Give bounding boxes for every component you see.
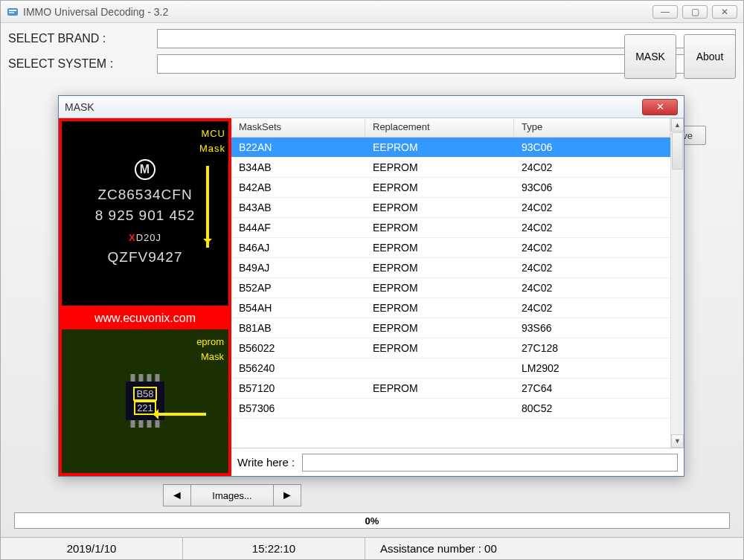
table-row[interactable]: B22ANEEPROM93C06 bbox=[231, 138, 670, 158]
cell-maskset: B49AJ bbox=[231, 260, 365, 276]
mask-dialog: MASK ✕ MCU Mask M ZC86534CFN 8 925 901 4… bbox=[58, 95, 684, 477]
arrow-down-icon bbox=[197, 166, 209, 248]
mask-side-image: MCU Mask M ZC86534CFN 8 925 901 452 XD20… bbox=[59, 118, 231, 476]
mcu-mask-label: MCU Mask bbox=[199, 124, 225, 154]
mask-close-button[interactable]: ✕ bbox=[642, 99, 678, 115]
cell-type: 24C02 bbox=[514, 159, 670, 176]
table-row[interactable]: B49AJEEPROM24C02 bbox=[231, 258, 670, 278]
table-scrollbar[interactable]: ▲ ▼ bbox=[670, 118, 684, 448]
maximize-button[interactable]: ▢ bbox=[682, 5, 708, 19]
cell-type: 24C02 bbox=[514, 199, 670, 216]
window-controls: — ▢ ✕ bbox=[652, 5, 737, 19]
cell-type: 93C06 bbox=[514, 139, 670, 155]
mcu-chip-image: MCU Mask M ZC86534CFN 8 925 901 452 XD20… bbox=[62, 121, 228, 306]
images-label: Images... bbox=[191, 484, 273, 506]
col-replacement[interactable]: Replacement bbox=[365, 118, 514, 137]
cell-maskset: B44AF bbox=[231, 219, 365, 236]
cell-replacement bbox=[365, 366, 514, 370]
close-button[interactable]: ✕ bbox=[712, 5, 737, 19]
status-bar: 2019/1/10 15:22:10 Assistance number : 0… bbox=[1, 537, 743, 559]
mask-body: MCU Mask M ZC86534CFN 8 925 901 452 XD20… bbox=[59, 118, 684, 476]
images-nav: ◄ Images... ► bbox=[163, 484, 301, 506]
chip-line-4: QZFV9427 bbox=[108, 249, 183, 265]
cell-replacement: EEPROM bbox=[365, 139, 514, 155]
motorola-icon: M bbox=[135, 159, 155, 180]
table-row[interactable]: B43ABEEPROM24C02 bbox=[231, 198, 670, 218]
col-type[interactable]: Type bbox=[514, 118, 670, 137]
cell-type: 24C02 bbox=[514, 239, 670, 256]
table-row[interactable]: B81ABEEPROM93S66 bbox=[231, 318, 670, 338]
cell-replacement: EEPROM bbox=[365, 380, 514, 396]
url-banner: www.ecuvonix.com bbox=[62, 307, 228, 329]
write-here-input[interactable] bbox=[302, 454, 678, 472]
scroll-track[interactable] bbox=[671, 170, 684, 434]
table-row[interactable]: B56240LM2902 bbox=[231, 358, 670, 379]
status-date: 2019/1/10 bbox=[1, 538, 183, 559]
table-row[interactable]: B52APEEPROM24C02 bbox=[231, 278, 670, 298]
cell-maskset: B46AJ bbox=[231, 239, 365, 256]
cell-replacement: EEPROM bbox=[365, 199, 514, 216]
cell-type: LM2902 bbox=[514, 360, 670, 376]
cell-maskset: B43AB bbox=[231, 199, 365, 216]
eprom-mask-label: eprom Mask bbox=[196, 332, 224, 362]
cell-maskset: B56240 bbox=[231, 360, 365, 376]
table-row[interactable]: B44AFEEPROM24C02 bbox=[231, 218, 670, 238]
cell-maskset: B57306 bbox=[231, 400, 365, 416]
progress-text: 0% bbox=[365, 515, 379, 527]
cell-type: 27C128 bbox=[514, 340, 670, 356]
arrow-left-icon bbox=[154, 413, 206, 416]
cell-replacement: EEPROM bbox=[365, 159, 514, 176]
progress-bar: 0% bbox=[14, 512, 730, 529]
select-system-label: SELECT SYSTEM : bbox=[8, 57, 157, 71]
col-masksets[interactable]: MaskSets bbox=[231, 118, 365, 137]
cell-replacement: EEPROM bbox=[365, 320, 514, 336]
eprom-chip-image: eprom Mask B58 221 bbox=[62, 329, 228, 473]
table-row[interactable]: B46AJEEPROM24C02 bbox=[231, 238, 670, 258]
mask-title: MASK bbox=[65, 101, 642, 113]
mask-button[interactable]: MASK bbox=[624, 34, 676, 79]
cell-maskset: B42AB bbox=[231, 179, 365, 196]
cell-maskset: B56022 bbox=[231, 340, 365, 356]
cell-replacement: EEPROM bbox=[365, 179, 514, 196]
table-row[interactable]: B57120EEPROM27C64 bbox=[231, 379, 670, 399]
table-row[interactable]: B34ABEEPROM24C02 bbox=[231, 158, 670, 178]
table-row[interactable]: B56022EEPROM27C128 bbox=[231, 338, 670, 358]
table-row[interactable]: B42ABEEPROM93C06 bbox=[231, 178, 670, 198]
cell-maskset: B22AN bbox=[231, 139, 365, 155]
cell-maskset: B54AH bbox=[231, 300, 365, 316]
cell-replacement bbox=[365, 406, 514, 411]
table-row[interactable]: B5730680C52 bbox=[231, 399, 670, 419]
next-image-button[interactable]: ► bbox=[273, 484, 301, 506]
minimize-button[interactable]: — bbox=[652, 5, 678, 19]
cell-type: 24C02 bbox=[514, 219, 670, 236]
status-time: 15:22:10 bbox=[183, 538, 365, 559]
cell-type: 24C02 bbox=[514, 300, 670, 316]
cell-replacement: EEPROM bbox=[365, 280, 514, 296]
scroll-down-button[interactable]: ▼ bbox=[671, 434, 684, 448]
cell-type: 27C64 bbox=[514, 380, 670, 396]
svg-rect-2 bbox=[9, 12, 14, 13]
scroll-thumb[interactable] bbox=[672, 132, 683, 170]
cell-replacement: EEPROM bbox=[365, 300, 514, 316]
cell-maskset: B81AB bbox=[231, 320, 365, 336]
chip-line-1: ZC86534CFN bbox=[97, 187, 192, 203]
about-button[interactable]: About bbox=[684, 34, 736, 79]
scroll-up-button[interactable]: ▲ bbox=[671, 118, 684, 132]
prev-image-button[interactable]: ◄ bbox=[163, 484, 191, 506]
app-title: IMMO Universal Decoding - 3.2 bbox=[23, 6, 652, 18]
svg-rect-1 bbox=[9, 10, 16, 11]
cell-type: 80C52 bbox=[514, 400, 670, 416]
mask-table-rows: B22ANEEPROM93C06B34ABEEPROM24C02B42ABEEP… bbox=[231, 138, 670, 419]
table-row[interactable]: B54AHEEPROM24C02 bbox=[231, 298, 670, 318]
cell-maskset: B52AP bbox=[231, 280, 365, 296]
select-brand-label: SELECT BRAND : bbox=[8, 32, 157, 45]
status-assist: Assistance number : 00 bbox=[365, 538, 743, 559]
mask-table-panel: MaskSets Replacement Type B22ANEEPROM93C… bbox=[231, 118, 684, 476]
mask-titlebar: MASK ✕ bbox=[59, 96, 684, 118]
write-here-row: Write here : bbox=[231, 448, 684, 476]
cell-replacement: EEPROM bbox=[365, 260, 514, 276]
cell-maskset: B34AB bbox=[231, 159, 365, 176]
right-buttons: MASK About bbox=[624, 34, 736, 79]
cell-replacement: EEPROM bbox=[365, 340, 514, 356]
main-titlebar: IMMO Universal Decoding - 3.2 — ▢ ✕ bbox=[1, 1, 743, 23]
